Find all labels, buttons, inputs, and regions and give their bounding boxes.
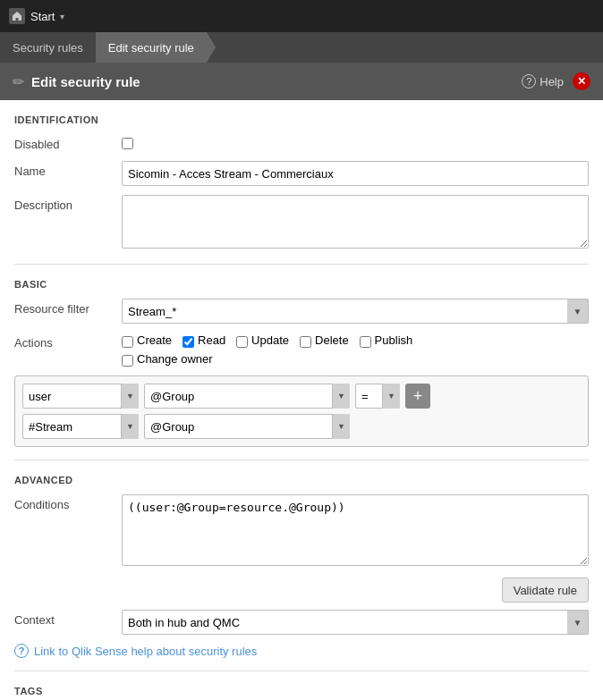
read-checkbox[interactable] [183, 336, 194, 348]
row1-col3-wrapper: = ▼ [355, 384, 400, 409]
row2-col2-select[interactable]: @Group [144, 414, 350, 439]
page-header-left: ✏ Edit security rule [13, 73, 140, 90]
context-label: Context [14, 610, 122, 627]
read-checkbox-label[interactable]: Read [183, 333, 225, 348]
advanced-section-header: ADVANCED [14, 475, 589, 485]
publish-label: Publish [375, 333, 413, 347]
add-condition-button[interactable]: + [405, 384, 430, 409]
name-control [122, 161, 589, 186]
change-owner-checkbox[interactable] [122, 355, 133, 367]
conditions-control: ((user:@Group=resource.@Group)) [122, 494, 589, 569]
validate-rule-button[interactable]: Validate rule [502, 578, 589, 603]
change-owner-label: Change owner [137, 352, 213, 366]
create-checkbox[interactable] [122, 336, 133, 348]
divider-3 [14, 670, 589, 671]
tags-section-header: TAGS [14, 686, 589, 696]
update-label: Update [251, 333, 289, 347]
context-control: Both in hub and QMC ▼ [122, 610, 589, 635]
description-label: Description [14, 195, 122, 212]
conditions-textarea[interactable]: ((user:@Group=resource.@Group)) [122, 494, 589, 566]
delete-checkbox[interactable] [300, 336, 311, 348]
disabled-label: Disabled [14, 134, 122, 151]
description-row: Description [14, 195, 589, 251]
resource-filter-row: Resource filter Stream_* ▼ [14, 299, 589, 324]
context-select-wrapper: Both in hub and QMC ▼ [122, 610, 589, 635]
row2-col1-wrapper: #Stream ▼ [22, 414, 139, 439]
read-label: Read [198, 333, 225, 347]
publish-checkbox-label[interactable]: Publish [360, 333, 413, 348]
validate-btn-row: Validate rule [14, 578, 589, 603]
update-checkbox[interactable] [236, 336, 248, 348]
help-label: Help [539, 75, 564, 89]
row2-col1-select[interactable]: #Stream [22, 414, 139, 439]
divider-2 [14, 460, 589, 460]
change-owner-checkbox-label[interactable]: Change owner [122, 351, 213, 367]
conditions-row-container: Conditions ((user:@Group=resource.@Group… [14, 494, 589, 569]
resource-filter-select-wrapper: Stream_* ▼ [122, 299, 589, 324]
basic-section-header: BASIC [14, 279, 589, 290]
edit-icon: ✏ [13, 73, 24, 90]
name-input[interactable] [122, 161, 589, 186]
resource-filter-control: Stream_* ▼ [122, 299, 589, 324]
actions-checkboxes: Create Read Update Delete Publish [122, 333, 589, 348]
description-input[interactable] [122, 195, 589, 249]
disabled-control [122, 134, 589, 152]
name-row: Name [14, 161, 589, 186]
delete-checkbox-label[interactable]: Delete [300, 333, 349, 348]
update-checkbox-label[interactable]: Update [236, 333, 289, 348]
actions-row-container: Actions Create Read Update Delete [14, 333, 589, 367]
actions-row2: Change owner [122, 351, 589, 367]
name-label: Name [14, 161, 122, 178]
row1-col2-wrapper: @Group ▼ [144, 384, 350, 409]
close-button[interactable]: ✕ [573, 72, 590, 90]
context-select[interactable]: Both in hub and QMC [122, 610, 589, 635]
help-button[interactable]: ? Help [522, 74, 564, 89]
top-bar: Start ▾ [0, 0, 603, 32]
help-link-row[interactable]: ? Link to Qlik Sense help about security… [14, 644, 589, 658]
row1-col2-select[interactable]: @Group [144, 384, 350, 409]
breadcrumb-edit-rule[interactable]: Edit security rule [96, 32, 207, 63]
conditions-builder-row2: #Stream ▼ @Group ▼ [22, 414, 581, 439]
actions-label: Actions [14, 333, 122, 350]
publish-checkbox[interactable] [360, 336, 371, 348]
page-header: ✏ Edit security rule ? Help ✕ [0, 63, 603, 100]
disabled-row: Disabled [14, 134, 589, 152]
question-circle-icon: ? [522, 74, 536, 89]
resource-filter-select[interactable]: Stream_* [122, 299, 589, 324]
row1-col1-select[interactable]: user [22, 384, 139, 409]
resource-filter-label: Resource filter [14, 299, 122, 316]
description-control [122, 195, 589, 251]
help-link-text: Link to Qlik Sense help about security r… [34, 645, 257, 658]
row1-col3-select[interactable]: = [355, 384, 400, 409]
start-dropdown-icon[interactable]: ▾ [60, 12, 64, 21]
home-icon[interactable] [9, 8, 25, 24]
disabled-checkbox[interactable] [122, 138, 133, 149]
breadcrumb-security-rules[interactable]: Security rules [0, 32, 96, 63]
conditions-builder: user ▼ @Group ▼ = ▼ + #Stream [14, 375, 589, 447]
create-label: Create [137, 333, 172, 347]
create-checkbox-label[interactable]: Create [122, 333, 172, 348]
actions-control: Create Read Update Delete Publish [122, 333, 589, 367]
page-header-right: ? Help ✕ [522, 72, 590, 90]
identification-section-header: IDENTIFICATION [14, 114, 589, 125]
main-content: IDENTIFICATION Disabled Name Description… [0, 100, 603, 700]
conditions-label: Conditions [14, 494, 122, 511]
row2-col2-wrapper: @Group ▼ [144, 414, 350, 439]
divider-1 [14, 264, 589, 265]
page-title: Edit security rule [31, 74, 140, 89]
context-row: Context Both in hub and QMC ▼ [14, 610, 589, 635]
delete-label: Delete [315, 333, 349, 347]
start-label[interactable]: Start [30, 10, 55, 23]
breadcrumb: Security rules Edit security rule [0, 32, 603, 63]
conditions-builder-row1: user ▼ @Group ▼ = ▼ + [22, 384, 581, 409]
row1-col1-wrapper: user ▼ [22, 384, 139, 409]
question-icon: ? [14, 644, 29, 658]
